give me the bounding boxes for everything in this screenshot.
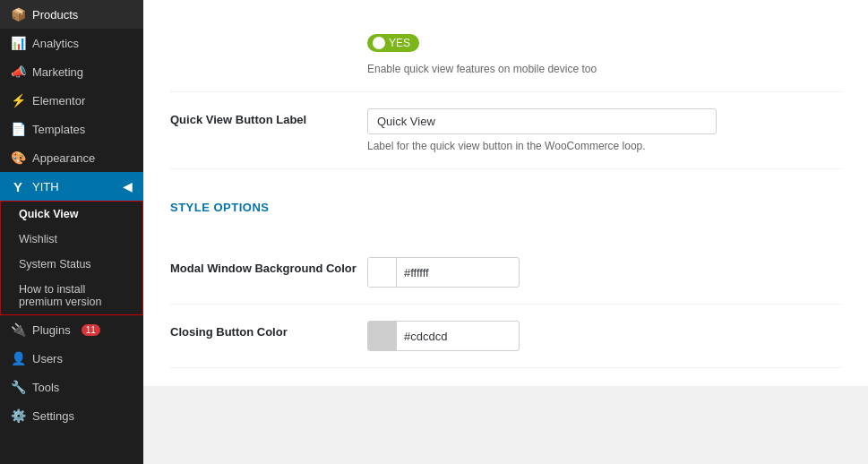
- modal-bg-label: Modal Window Background Color: [170, 257, 367, 275]
- modal-bg-swatch: [368, 258, 397, 287]
- modal-bg-control: ↩: [367, 257, 841, 288]
- appearance-icon: 🎨: [11, 150, 25, 165]
- sidebar: 📦 Products 📊 Analytics 📣 Marketing ⚡ Ele…: [0, 0, 143, 464]
- sidebar-item-plugins[interactable]: 🔌 Plugins 11: [0, 315, 143, 344]
- style-options-area: Modal Window Background Color ↩ Closing …: [143, 223, 868, 386]
- yith-icon: Y: [11, 179, 25, 193]
- closing-btn-label: Closing Button Color: [170, 321, 367, 339]
- sidebar-item-marketing[interactable]: 📣 Marketing: [0, 57, 143, 86]
- mobile-toggle-control: YES Enable quick view features on mobile…: [367, 34, 841, 75]
- sidebar-item-tools[interactable]: 🔧 Tools: [0, 373, 143, 401]
- closing-btn-color-field[interactable]: ↩: [367, 321, 520, 351]
- sidebar-label-tools: Tools: [32, 381, 59, 394]
- users-icon: 👤: [11, 351, 25, 365]
- mobile-toggle-row: YES Enable quick view features on mobile…: [170, 18, 841, 92]
- sidebar-item-users[interactable]: 👤 Users: [0, 344, 143, 373]
- yith-arrow-icon: ◀: [123, 179, 133, 193]
- quick-view-field-control: Label for the quick view button in the W…: [367, 108, 841, 152]
- plugins-badge: 11: [82, 324, 100, 336]
- marketing-icon: 📣: [11, 64, 25, 79]
- toggle-yes-text: YES: [389, 37, 410, 49]
- style-options-title: STYLE OPTIONS: [143, 187, 868, 223]
- elementor-icon: ⚡: [11, 93, 25, 107]
- quick-view-field-label: Quick View Button Label: [170, 108, 367, 126]
- sidebar-label-products: Products: [32, 8, 78, 21]
- quick-view-input[interactable]: [367, 108, 717, 134]
- sidebar-item-analytics[interactable]: 📊 Analytics: [0, 29, 143, 57]
- sidebar-item-elementor[interactable]: ⚡ Elementor: [0, 86, 143, 115]
- closing-btn-swatch: [368, 322, 397, 350]
- sidebar-item-appearance[interactable]: 🎨 Appearance: [0, 143, 143, 172]
- closing-btn-control: ↩: [367, 321, 841, 351]
- quick-view-desc: Label for the quick view button in the W…: [367, 140, 841, 152]
- sidebar-label-elementor: Elementor: [32, 94, 85, 107]
- sidebar-label-users: Users: [32, 352, 63, 365]
- quick-view-label-row: Quick View Button Label Label for the qu…: [170, 92, 841, 169]
- submenu-item-system-status[interactable]: System Status: [1, 252, 142, 277]
- content-area: YES Enable quick view features on mobile…: [143, 0, 868, 187]
- sidebar-label-yith: YITH: [32, 180, 59, 193]
- toggle-dot: [373, 37, 385, 49]
- analytics-icon: 📊: [11, 36, 25, 50]
- modal-bg-value-input[interactable]: [397, 261, 520, 285]
- yith-submenu: Quick View Wishlist System Status How to…: [0, 201, 143, 315]
- templates-icon: 📄: [11, 122, 25, 136]
- tools-icon: 🔧: [11, 380, 25, 394]
- products-icon: 📦: [11, 7, 25, 21]
- closing-btn-value-input[interactable]: [397, 324, 520, 348]
- sidebar-label-templates: Templates: [32, 123, 85, 136]
- submenu-item-how-to-install[interactable]: How to install premium version: [1, 277, 142, 314]
- mobile-toggle-label: [170, 34, 367, 39]
- main-content: YES Enable quick view features on mobile…: [143, 0, 868, 464]
- mobile-desc: Enable quick view features on mobile dev…: [367, 63, 841, 75]
- sidebar-item-products[interactable]: 📦 Products: [0, 0, 143, 29]
- plugins-icon: 🔌: [11, 322, 25, 337]
- sidebar-label-plugins: Plugins: [32, 323, 71, 337]
- submenu-item-quick-view[interactable]: Quick View: [1, 202, 142, 227]
- modal-bg-color-field[interactable]: ↩: [367, 257, 520, 288]
- toggle-yes-button[interactable]: YES: [367, 34, 419, 52]
- settings-icon: ⚙️: [11, 408, 25, 423]
- sidebar-item-templates[interactable]: 📄 Templates: [0, 115, 143, 143]
- sidebar-label-analytics: Analytics: [32, 37, 79, 50]
- sidebar-label-appearance: Appearance: [32, 151, 95, 165]
- sidebar-label-settings: Settings: [32, 409, 74, 423]
- sidebar-label-marketing: Marketing: [32, 65, 83, 79]
- sidebar-item-settings[interactable]: ⚙️ Settings: [0, 401, 143, 430]
- closing-btn-row: Closing Button Color ↩: [170, 305, 841, 368]
- submenu-item-wishlist[interactable]: Wishlist: [1, 227, 142, 252]
- modal-bg-row: Modal Window Background Color ↩: [170, 241, 841, 305]
- sidebar-item-yith[interactable]: Y YITH ◀: [0, 172, 143, 201]
